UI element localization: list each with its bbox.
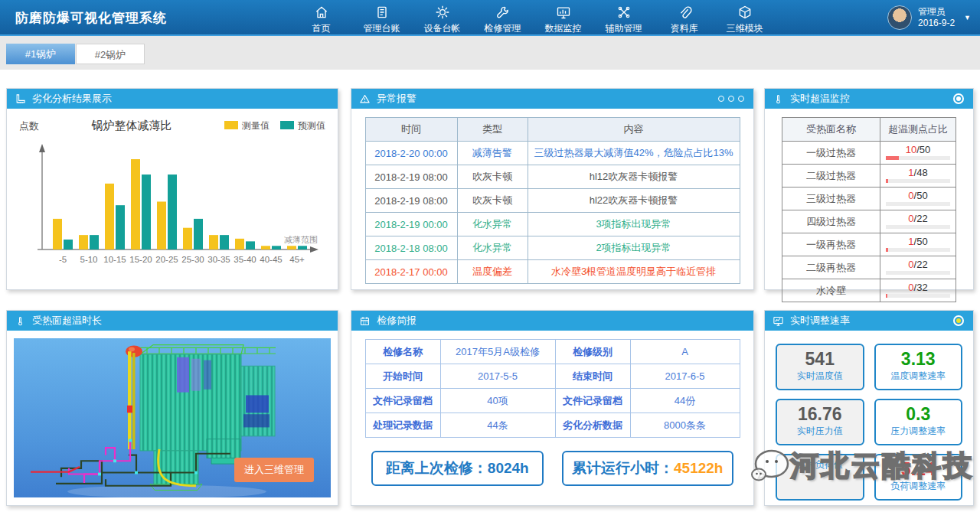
monitor-chart-icon <box>773 315 784 327</box>
card-value: 0.3 <box>876 403 962 425</box>
overtemp-row: 二级再热器0/22 <box>782 256 956 279</box>
card-label: 压力调整速率 <box>876 425 962 438</box>
tools-icon <box>616 5 632 20</box>
ruler-icon <box>15 93 26 105</box>
thermometer-icon <box>773 93 784 105</box>
panel-header: 异常报警 <box>351 89 753 109</box>
wrench-icon <box>495 5 511 20</box>
overtemp-row: 一级再热器1/50 <box>782 233 956 256</box>
realtime-card: 实时负荷值 <box>776 454 864 501</box>
panel-degradation-analysis: 劣化分析结果展示 点数 锅炉整体减薄比 测量值预测值 减薄范围-55-1010-… <box>6 88 338 290</box>
card-value: 16.76 <box>777 403 863 425</box>
boiler-3d-view[interactable]: 进入三维管理 <box>14 338 331 497</box>
gear-icon <box>435 5 450 20</box>
panel-maintenance-brief: 检修简报 检修名称2017年5月A级检修检修级别A开始时间2017-5-5结束时… <box>351 310 754 506</box>
panel-title: 检修简报 <box>377 314 416 328</box>
panel-header: 实时超温监控 <box>765 89 973 109</box>
panel-title: 异常报警 <box>377 92 416 106</box>
tab-boiler-2[interactable]: #2锅炉 <box>76 44 145 64</box>
monitor-icon <box>556 5 571 20</box>
alarm-row: 2018-2-19 08:00吹灰卡顿hl22吹灰器卡顿报警 <box>365 189 740 213</box>
thinning-bar-chart: 减薄范围-55-1010-1515-2020-2525-3030-3535-40… <box>11 135 338 274</box>
cube-icon <box>737 5 753 20</box>
ledger-icon <box>374 5 390 20</box>
panel-overtemp-monitor: 实时超温监控 受热面名称超温测点占比一级过热器10/50二级过热器1/48三级过… <box>764 88 974 290</box>
card-label: 实时负荷值 <box>777 458 863 471</box>
card-label: 实时压力值 <box>777 425 863 438</box>
nav-wrench[interactable]: 检修管理 <box>472 3 533 35</box>
chart-y-label: 点数 <box>19 119 39 133</box>
nav-ledger[interactable]: 管理台账 <box>351 3 412 35</box>
chevron-down-icon[interactable]: ▼ <box>964 14 971 21</box>
nav-tools[interactable]: 辅助管理 <box>593 3 654 35</box>
nav-paperclip[interactable]: 资料库 <box>654 3 714 35</box>
status-indicator[interactable] <box>953 315 964 326</box>
more-options-icon[interactable] <box>718 96 744 102</box>
card-label: 温度调整速率 <box>876 370 962 383</box>
card-label: 负荷调整速率 <box>876 480 962 493</box>
legend-item: 测量值 <box>224 119 270 132</box>
overtemp-row: 二级过热器1/48 <box>782 165 956 188</box>
avatar <box>887 5 912 30</box>
overtemp-row: 水冷壁0/32 <box>782 279 956 302</box>
main-nav: 首页管理台账设备台帐检修管理数据监控辅助管理资料库三维模块 <box>291 3 775 35</box>
maintenance-row: 文件记录留档40项文件记录留档44份 <box>365 389 740 413</box>
svg-text:25-30: 25-30 <box>181 255 204 264</box>
svg-text:5-10: 5-10 <box>80 255 97 264</box>
maintenance-stat-button[interactable]: 累计运行小时：45122h <box>562 451 734 486</box>
home-icon <box>314 5 329 20</box>
nav-gear[interactable]: 设备台帐 <box>412 3 472 35</box>
card-value: 5.14 <box>876 458 962 480</box>
maintenance-row: 检修名称2017年5月A级检修检修级别A <box>365 340 740 364</box>
overtemp-table: 受热面名称超温测点占比一级过热器10/50二级过热器1/48三级过热器0/50四… <box>782 117 956 302</box>
maintenance-table: 检修名称2017年5月A级检修检修级别A开始时间2017-5-5结束时间2017… <box>365 339 740 438</box>
maintenance-stat-button[interactable]: 距离上次检修：8024h <box>371 451 544 486</box>
alarm-row: 2018-2-17 00:00温度偏差水冷壁3根管道温度明显高于临近管排 <box>365 260 740 284</box>
boiler-tabstrip: #1锅炉#2锅炉 <box>0 36 980 70</box>
realtime-card: 0.3压力调整速率 <box>874 399 963 445</box>
svg-text:35-40: 35-40 <box>234 255 256 264</box>
overtemp-row: 四级过热器0/22 <box>782 210 956 233</box>
nav-cube[interactable]: 三维模块 <box>714 3 775 35</box>
overtemp-header-row: 受热面名称超温测点占比 <box>782 118 956 142</box>
realtime-card: 16.76实时压力值 <box>776 399 864 445</box>
nav-home[interactable]: 首页 <box>291 3 351 35</box>
alarm-table: 时间类型内容2018-2-20 00:00减薄告警三级过热器最大减薄值42%，危… <box>365 117 740 284</box>
paperclip-icon <box>677 5 692 20</box>
realtime-card: 3.13温度调整速率 <box>874 344 963 390</box>
user-info[interactable]: 管理员 2016-9-2 ▼ <box>887 5 971 30</box>
panel-title: 实时调整速率 <box>790 314 850 328</box>
panel-title: 劣化分析结果展示 <box>32 92 112 106</box>
maintenance-row: 处理记录数据44条劣化分析数据8000条条 <box>365 413 740 438</box>
maintenance-stats: 距离上次检修：8024h累计运行小时：45122h <box>371 451 733 486</box>
panel-header: 检修简报 <box>351 311 753 331</box>
panel-title: 实时超温监控 <box>790 92 850 106</box>
chart-legend: 测量值预测值 <box>224 119 325 132</box>
overtemp-row: 一级过热器10/50 <box>782 142 956 165</box>
panel-title: 受热面超温时长 <box>32 314 102 328</box>
enter-3d-management-button[interactable]: 进入三维管理 <box>234 458 314 482</box>
alarm-header-row: 时间类型内容 <box>365 118 740 142</box>
alarm-row: 2018-2-19 00:00化水异常3项指标出现异常 <box>365 213 740 236</box>
thermometer-icon <box>15 315 26 327</box>
panel-header: 实时调整速率 <box>765 311 973 331</box>
svg-text:20-25: 20-25 <box>155 255 178 264</box>
realtime-card: 5.14负荷调整速率 <box>874 454 963 501</box>
user-date: 2016-9-2 <box>918 18 955 29</box>
user-name: 管理员 <box>918 6 955 18</box>
app-title: 防磨防爆可视化管理系统 <box>15 9 167 27</box>
chart-title: 锅炉整体减薄比 <box>39 119 224 133</box>
card-label: 实时温度值 <box>777 370 863 383</box>
nav-monitor[interactable]: 数据监控 <box>533 3 593 35</box>
card-value: 3.13 <box>876 348 962 370</box>
status-indicator[interactable] <box>953 93 964 104</box>
panel-header: 受热面超温时长 <box>7 311 338 331</box>
card-value: 541 <box>777 348 863 370</box>
panel-adjust-rate: 实时调整速率 541实时温度值3.13温度调整速率16.76实时压力值0.3压力… <box>764 310 974 506</box>
svg-text:15-20: 15-20 <box>129 255 152 264</box>
tab-boiler-1[interactable]: #1锅炉 <box>6 44 75 64</box>
panel-alarms: 异常报警 时间类型内容2018-2-20 00:00减薄告警三级过热器最大减薄值… <box>351 88 754 290</box>
svg-text:10-15: 10-15 <box>103 255 126 264</box>
svg-text:40-45: 40-45 <box>260 255 282 264</box>
overtemp-row: 三级过热器0/50 <box>782 188 956 210</box>
